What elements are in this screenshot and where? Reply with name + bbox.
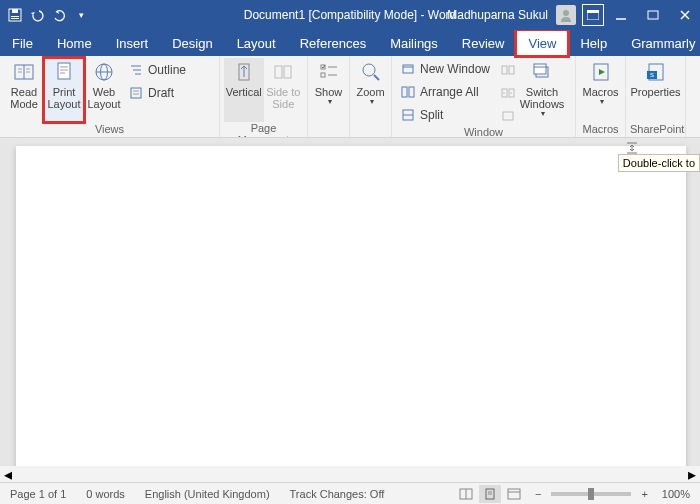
svg-rect-33 — [275, 66, 282, 78]
side-by-side-icon — [500, 62, 516, 78]
save-icon[interactable] — [6, 6, 24, 24]
zoom-in-button[interactable]: + — [637, 488, 651, 500]
tab-references[interactable]: References — [288, 30, 378, 56]
sharepoint-group-label: SharePoint — [630, 123, 681, 137]
tab-view[interactable]: View — [516, 30, 568, 56]
macros-button[interactable]: Macros▾ — [580, 58, 621, 122]
svg-rect-41 — [403, 65, 413, 73]
zoom-button[interactable]: Zoom▾ — [354, 58, 387, 122]
read-mode-button[interactable]: Read Mode — [4, 58, 44, 122]
ribbon: Read Mode Print Layout Web Layout Outlin… — [0, 56, 700, 138]
document-area[interactable]: Double-click to — [0, 138, 700, 482]
tab-grammarly[interactable]: Grammarly — [619, 30, 700, 56]
svg-rect-1 — [12, 9, 18, 13]
top-margin-icon[interactable] — [626, 140, 638, 152]
zoom-out-button[interactable]: − — [531, 488, 545, 500]
tab-file[interactable]: File — [0, 30, 45, 56]
titlebar: ▾ Document1 [Compatibility Mode] - Word … — [0, 0, 700, 30]
svg-rect-34 — [284, 66, 291, 78]
svg-rect-6 — [587, 10, 599, 13]
split-label: Split — [420, 108, 443, 122]
show-button[interactable]: Show▾ — [312, 58, 345, 122]
draft-label: Draft — [148, 86, 174, 100]
document-page[interactable] — [16, 146, 686, 482]
web-layout-icon — [92, 60, 116, 84]
outline-button[interactable]: Outline — [128, 60, 186, 80]
sync-scrolling-button — [500, 83, 516, 103]
tab-insert[interactable]: Insert — [104, 30, 161, 56]
zoom-slider[interactable] — [551, 492, 631, 496]
status-track-changes[interactable]: Track Changes: Off — [280, 488, 395, 500]
vertical-label: Vertical — [226, 86, 262, 98]
chevron-down-icon: ▾ — [541, 110, 545, 119]
svg-rect-48 — [509, 66, 514, 74]
vertical-icon — [232, 60, 256, 84]
svg-rect-67 — [508, 489, 520, 499]
web-layout-button[interactable]: Web Layout — [84, 58, 124, 122]
status-words[interactable]: 0 words — [76, 488, 135, 500]
side-to-side-icon — [271, 60, 295, 84]
split-button[interactable]: Split — [400, 105, 490, 125]
svg-marker-56 — [599, 69, 605, 75]
header-tooltip: Double-click to — [618, 154, 700, 172]
tab-review[interactable]: Review — [450, 30, 517, 56]
svg-text:S: S — [649, 72, 653, 78]
read-mode-icon — [12, 60, 36, 84]
svg-rect-43 — [402, 87, 407, 97]
minimize-icon[interactable] — [606, 0, 636, 30]
horizontal-scrollbar[interactable]: ◂ ▸ — [0, 466, 700, 482]
show-icon — [317, 60, 341, 84]
svg-rect-47 — [502, 66, 507, 74]
qat-customize-icon[interactable]: ▾ — [72, 6, 90, 24]
close-icon[interactable] — [670, 0, 700, 30]
new-window-button[interactable]: New Window — [400, 59, 490, 79]
undo-icon[interactable] — [28, 6, 46, 24]
switch-windows-label: Switch Windows — [516, 86, 568, 110]
macros-icon — [589, 60, 613, 84]
svg-rect-19 — [58, 63, 70, 79]
vertical-button[interactable]: Vertical — [224, 58, 264, 122]
maximize-icon[interactable] — [638, 0, 668, 30]
svg-rect-8 — [648, 11, 658, 19]
zoom-level[interactable]: 100% — [652, 488, 700, 500]
draft-button[interactable]: Draft — [128, 83, 186, 103]
zoom-icon — [359, 60, 383, 84]
user-avatar[interactable] — [556, 5, 576, 25]
web-layout-view-icon[interactable] — [503, 485, 525, 503]
outline-icon — [128, 62, 144, 78]
svg-rect-3 — [11, 18, 19, 19]
split-icon — [400, 107, 416, 123]
read-mode-view-icon[interactable] — [455, 485, 477, 503]
properties-label: Properties — [630, 86, 680, 98]
switch-windows-button[interactable]: Switch Windows▾ — [516, 58, 568, 122]
status-page[interactable]: Page 1 of 1 — [0, 488, 76, 500]
print-layout-button[interactable]: Print Layout — [44, 58, 84, 122]
page-movement-group-label: Page Movement — [224, 122, 303, 138]
new-window-icon — [400, 61, 416, 77]
tab-design[interactable]: Design — [160, 30, 224, 56]
chevron-down-icon: ▾ — [600, 98, 604, 107]
window-group-label: Window — [396, 126, 571, 138]
tab-home[interactable]: Home — [45, 30, 104, 56]
username: Madhuparna Sukul — [447, 8, 548, 22]
tab-mailings[interactable]: Mailings — [378, 30, 450, 56]
arrange-all-button[interactable]: Arrange All — [400, 82, 490, 102]
macros-group-label: Macros — [580, 123, 621, 137]
status-language[interactable]: English (United Kingdom) — [135, 488, 280, 500]
web-layout-label: Web Layout — [84, 86, 124, 110]
scroll-right-icon[interactable]: ▸ — [684, 466, 700, 482]
ribbon-display-options-icon[interactable] — [582, 4, 604, 26]
svg-line-40 — [374, 75, 379, 80]
print-layout-icon — [52, 60, 76, 84]
sync-scroll-icon — [500, 85, 516, 101]
tab-help[interactable]: Help — [568, 30, 619, 56]
svg-rect-2 — [11, 16, 19, 17]
print-layout-view-icon[interactable] — [479, 485, 501, 503]
arrange-all-label: Arrange All — [420, 85, 479, 99]
tab-layout[interactable]: Layout — [225, 30, 288, 56]
properties-button[interactable]: S Properties — [630, 58, 681, 122]
scroll-left-icon[interactable]: ◂ — [0, 466, 16, 482]
redo-icon[interactable] — [50, 6, 68, 24]
reset-window-button — [500, 106, 516, 126]
view-side-by-side-button — [500, 60, 516, 80]
